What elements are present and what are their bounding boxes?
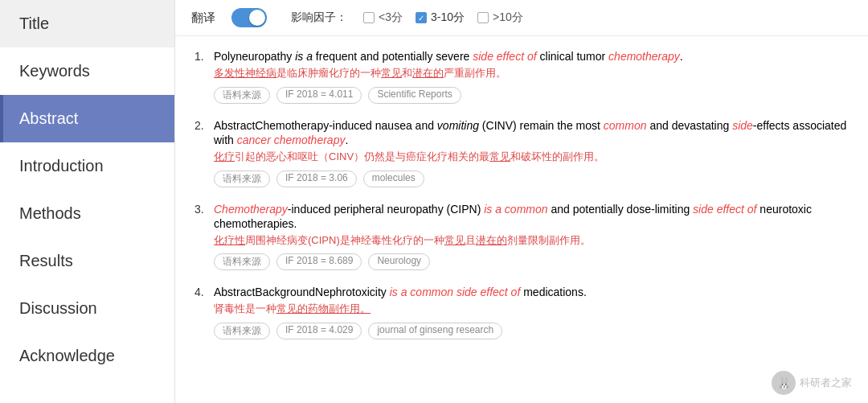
- sidebar-item-keywords[interactable]: Keywords: [0, 47, 174, 95]
- entry-body-4: AbstractBackgroundNephrotoxicity is a co…: [214, 285, 849, 339]
- filter-label-lt3: <3分: [379, 10, 403, 25]
- entry-text-part: .: [680, 50, 683, 63]
- entry-num-1: 1.: [194, 49, 214, 104]
- entry-text-part: medications.: [520, 286, 586, 298]
- tag-source: 语料来源: [214, 253, 270, 270]
- cn-text-part: 是临床肿瘤化疗的一种: [276, 67, 381, 79]
- entry-en-3: Chemotherapy-induced peripheral neuropat…: [214, 202, 849, 231]
- entry-text-part: is a: [295, 50, 313, 63]
- entry-2: 2.AbstractChemotherapy-induced nausea an…: [194, 118, 849, 187]
- cn-text-part: 常见: [444, 234, 465, 246]
- filter-label-3to10: 3-10分: [431, 10, 465, 25]
- sidebar-item-acknowledge[interactable]: Acknowledge: [0, 332, 174, 380]
- entry-text-part: and devastating: [647, 119, 733, 132]
- entry-text-part: cancer chemotherapy: [237, 134, 346, 146]
- entry-row-1: 1.Polyneuropathy is a frequent and poten…: [194, 49, 849, 104]
- checkbox-lt3[interactable]: [363, 12, 375, 23]
- watermark-icon: 🐰: [772, 371, 796, 395]
- entry-num-2: 2.: [194, 118, 214, 187]
- entry-text-part: and potentially dose-limiting: [548, 203, 694, 216]
- entry-body-1: Polyneuropathy is a frequent and potenti…: [214, 49, 849, 104]
- main-panel: 翻译影响因子：<3分3-10分>10分 1.Polyneuropathy is …: [175, 0, 868, 403]
- entry-tags-1: 语料来源IF 2018 = 4.011Scientific Reports: [214, 87, 849, 104]
- cn-text-part: 和破坏性的副作用。: [510, 150, 604, 162]
- cn-text-part: 肾毒性是一种: [214, 302, 276, 315]
- cn-text-part: 常见: [381, 67, 402, 79]
- sidebar-item-results[interactable]: Results: [0, 237, 174, 285]
- entry-text-part: AbstractBackgroundNephrotoxicity: [214, 286, 390, 298]
- entry-text-part: (CINV) remain the most: [479, 119, 604, 132]
- filter-3to10[interactable]: 3-10分: [416, 10, 465, 25]
- entry-en-1: Polyneuropathy is a frequent and potenti…: [214, 49, 849, 64]
- cn-text-part: 周围神经病变(CIPN)是神经毒性化疗的一种: [245, 234, 444, 246]
- cn-text-part: 化疗性: [214, 234, 245, 246]
- entry-1: 1.Polyneuropathy is a frequent and poten…: [194, 49, 849, 104]
- tag-journal: Scientific Reports: [368, 87, 461, 104]
- entry-text-part: side: [732, 119, 753, 132]
- checkbox-gt10[interactable]: [477, 12, 489, 23]
- entry-num-4: 4.: [194, 285, 214, 339]
- sidebar-item-methods[interactable]: Methods: [0, 190, 174, 237]
- entry-body-3: Chemotherapy-induced peripheral neuropat…: [214, 202, 849, 271]
- sidebar-item-introduction[interactable]: Introduction: [0, 142, 174, 190]
- entry-en-2: AbstractChemotherapy-induced nausea and …: [214, 118, 849, 147]
- filter-label-gt10: >10分: [493, 10, 523, 25]
- entry-text-part: -induced peripheral neuropathy (CIPN): [288, 203, 484, 216]
- entry-text-part: chemotherapy: [608, 50, 680, 63]
- tag-if: IF 2018 = 8.689: [276, 253, 362, 270]
- cn-text-part: 潜在的: [412, 67, 444, 79]
- toolbar: 翻译影响因子：<3分3-10分>10分: [175, 0, 868, 36]
- entry-text-part: side effect of: [473, 50, 536, 63]
- entry-text-part: clinical tumor: [537, 50, 608, 63]
- cn-text-part: 剂量限制副作用。: [507, 234, 591, 246]
- entry-en-4: AbstractBackgroundNephrotoxicity is a co…: [214, 285, 849, 299]
- entry-num-3: 3.: [194, 202, 214, 271]
- entry-cn-1: 多发性神经病是临床肿瘤化疗的一种常见和潜在的严重副作用。: [214, 65, 849, 82]
- content-area: 1.Polyneuropathy is a frequent and poten…: [175, 36, 868, 403]
- entry-tags-2: 语料来源IF 2018 = 3.06molecules: [214, 171, 849, 187]
- tag-source: 语料来源: [214, 87, 270, 104]
- tag-if: IF 2018 = 4.029: [276, 323, 362, 339]
- translate-label: 翻译: [191, 10, 215, 26]
- cn-text-part: 药物副作用。: [308, 302, 371, 315]
- checkbox-3to10[interactable]: [416, 12, 427, 23]
- entry-text-part: frequent and potentially severe: [313, 50, 473, 63]
- cn-text-part: 引起的恶心和呕吐（CINV）仍然是与癌症化疗相关的最: [235, 150, 489, 162]
- watermark: 🐰科研者之家: [772, 371, 852, 395]
- cn-text-part: 且: [465, 234, 476, 246]
- tag-journal: molecules: [363, 171, 424, 187]
- tag-source: 语料来源: [214, 171, 270, 187]
- entry-text-part: AbstractChemotherapy-induced nausea and: [214, 119, 437, 132]
- cn-text-part: 常见: [489, 150, 510, 162]
- entry-text-part: Chemotherapy: [214, 203, 288, 216]
- entry-text-part: is a common: [484, 203, 547, 216]
- sidebar-item-title[interactable]: Title: [0, 0, 174, 47]
- translate-toggle[interactable]: [231, 8, 267, 27]
- entry-tags-4: 语料来源IF 2018 = 4.029journal of ginseng re…: [214, 323, 849, 339]
- entry-4: 4.AbstractBackgroundNephrotoxicity is a …: [194, 285, 849, 339]
- tag-source: 语料来源: [214, 323, 270, 339]
- sidebar-item-abstract[interactable]: Abstract: [0, 95, 174, 142]
- sidebar-item-discussion[interactable]: Discussion: [0, 285, 174, 332]
- entry-text-part: side effect of: [693, 203, 756, 216]
- entry-text-part: common: [604, 119, 647, 132]
- tag-journal: Neurology: [368, 253, 430, 270]
- cn-text-part: 潜在的: [476, 234, 507, 246]
- entry-body-2: AbstractChemotherapy-induced nausea and …: [214, 118, 849, 187]
- entry-cn-2: 化疗引起的恶心和呕吐（CINV）仍然是与癌症化疗相关的最常见和破坏性的副作用。: [214, 149, 849, 166]
- cn-text-part: 多发性神经病: [214, 67, 276, 79]
- entry-text-part: .: [345, 134, 348, 146]
- filter-group: <3分3-10分>10分: [363, 10, 523, 25]
- impact-label: 影响因子：: [291, 10, 347, 25]
- filter-gt10[interactable]: >10分: [477, 10, 523, 25]
- entry-row-3: 3.Chemotherapy-induced peripheral neurop…: [194, 202, 849, 271]
- entry-row-2: 2.AbstractChemotherapy-induced nausea an…: [194, 118, 849, 187]
- watermark-text: 科研者之家: [800, 376, 852, 390]
- sidebar: TitleKeywordsAbstractIntroductionMethods…: [0, 0, 175, 403]
- filter-lt3[interactable]: <3分: [363, 10, 403, 25]
- entry-cn-3: 化疗性周围神经病变(CIPN)是神经毒性化疗的一种常见且潜在的剂量限制副作用。: [214, 232, 849, 249]
- entry-row-4: 4.AbstractBackgroundNephrotoxicity is a …: [194, 285, 849, 339]
- entry-text-part: vomiting: [437, 119, 479, 132]
- cn-text-part: 和: [402, 67, 412, 79]
- entry-tags-3: 语料来源IF 2018 = 8.689Neurology: [214, 253, 849, 270]
